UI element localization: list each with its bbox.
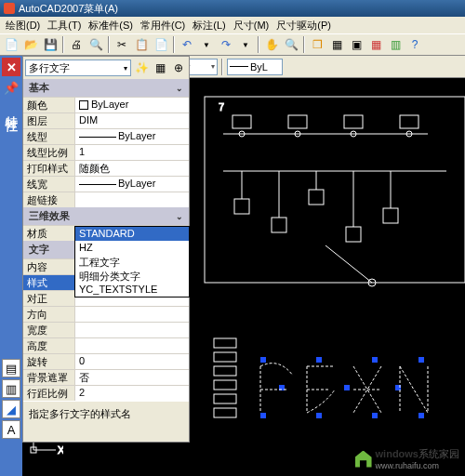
preview-icon[interactable]: 🔍: [86, 35, 105, 54]
undo-dd-icon[interactable]: ▼: [197, 35, 216, 54]
row-linespace[interactable]: 行距比例2: [23, 385, 189, 401]
selectobj-icon[interactable]: ▦: [152, 60, 168, 76]
style-option[interactable]: 明细分类文字: [75, 269, 189, 283]
svg-text:X: X: [58, 444, 63, 456]
save-icon[interactable]: 💾: [41, 35, 60, 54]
row-linetype[interactable]: 线型ByLayer: [23, 128, 189, 144]
row-ltscale[interactable]: 线型比例1: [23, 144, 189, 160]
blocks-icon[interactable]: ▣: [347, 35, 365, 54]
row-height[interactable]: 高度: [23, 337, 189, 353]
section-basic[interactable]: 基本⌄: [23, 79, 189, 97]
row-rotation[interactable]: 旋转0: [23, 353, 189, 369]
redo-dd-icon[interactable]: ▼: [236, 35, 255, 54]
object-type-value: 多行文字: [29, 61, 70, 75]
row-plotstyle[interactable]: 打印样式随颜色: [23, 160, 189, 176]
style-option[interactable]: HZ: [75, 241, 189, 255]
menu-dimension[interactable]: 尺寸(M): [230, 18, 273, 33]
dock-tab3-icon[interactable]: ◢: [2, 400, 20, 418]
title-bar: AutoCAD2007菜单(A): [0, 0, 465, 17]
linetype-combo[interactable]: ByL: [227, 59, 283, 75]
dock-tab2-icon[interactable]: ▥: [2, 379, 20, 398]
row-color[interactable]: 颜色ByLayer: [23, 97, 189, 112]
menu-common[interactable]: 常用件(C): [137, 18, 189, 33]
pan-icon[interactable]: ✋: [262, 35, 281, 54]
style-option[interactable]: STANDARD: [75, 227, 189, 241]
row-hyperlink[interactable]: 超链接: [23, 192, 189, 207]
standard-toolbar: 📄 📂 💾 🖨 🔍 ✂ 📋 📄 ↶ ▼ ↷ ▼ ✋ 🔍 ❒ ▦ ▣ ▦ ▥ ?: [0, 33, 465, 56]
app-title: AutoCAD2007菜单(A): [19, 2, 118, 16]
cut-icon[interactable]: ✂: [113, 35, 131, 54]
redo-icon[interactable]: ↷: [217, 35, 235, 54]
menu-annotate[interactable]: 标注(L): [189, 18, 229, 33]
section-3d[interactable]: 三维效果⌄: [23, 207, 189, 225]
menu-stdparts[interactable]: 标准件(S): [85, 18, 137, 33]
row-direction[interactable]: 方向: [23, 306, 189, 322]
row-width[interactable]: 宽度: [23, 322, 189, 337]
open-icon[interactable]: 📂: [21, 35, 40, 54]
calc-icon[interactable]: ▥: [386, 35, 405, 54]
quickselect-icon[interactable]: ✨: [133, 60, 150, 76]
props-icon[interactable]: ▦: [327, 35, 346, 54]
print-icon[interactable]: 🖨: [67, 35, 86, 54]
watermark: windows系统家园 www.ruhaifu.com: [355, 447, 459, 470]
layers-icon[interactable]: ❒: [308, 35, 326, 54]
style-option[interactable]: 工程文字: [75, 255, 189, 269]
dock-label: 特性: [3, 106, 20, 113]
pin-icon[interactable]: 📌: [2, 78, 20, 97]
row-layer[interactable]: 图层DIM: [23, 112, 189, 128]
style-option[interactable]: YC_TEXTSTYLE: [75, 283, 189, 297]
menu-dimdrive[interactable]: 尺寸驱动(P): [272, 18, 335, 33]
help-icon[interactable]: ?: [405, 35, 424, 54]
row-lineweight[interactable]: 线宽ByLayer: [23, 176, 189, 192]
pickadd-icon[interactable]: ⊕: [170, 60, 187, 76]
tool1-icon[interactable]: ▦: [366, 35, 385, 54]
lt-combo-value: ByL: [250, 61, 268, 73]
menu-draw[interactable]: 绘图(D): [2, 18, 44, 33]
new-icon[interactable]: 📄: [2, 35, 20, 54]
paste-icon[interactable]: 📄: [152, 35, 170, 54]
copy-icon[interactable]: 📋: [132, 35, 151, 54]
left-dock: ✕ 📌 特性 ▤ ▥ ◢ A: [0, 56, 22, 476]
style-dropdown-list[interactable]: STANDARD HZ 工程文字 明细分类文字 YC_TEXTSTYLE: [74, 226, 190, 298]
zoom-icon[interactable]: 🔍: [282, 35, 300, 54]
menu-tools[interactable]: 工具(T): [44, 18, 85, 33]
object-type-combo[interactable]: 多行文字 ▾: [25, 60, 131, 76]
dock-tab4-icon[interactable]: A: [2, 420, 20, 439]
dock-tab1-icon[interactable]: ▤: [2, 359, 20, 377]
property-hint: 指定多行文字的样式名: [23, 401, 189, 442]
close-panel-icon[interactable]: ✕: [2, 58, 20, 76]
row-bgmask[interactable]: 背景遮罩否: [23, 369, 189, 385]
watermark-logo-icon: [355, 451, 372, 468]
menu-bar: 绘图(D) 工具(T) 标准件(S) 常用件(C) 标注(L) 尺寸(M) 尺寸…: [0, 17, 465, 33]
undo-icon[interactable]: ↶: [178, 35, 196, 54]
app-icon: [4, 3, 15, 14]
